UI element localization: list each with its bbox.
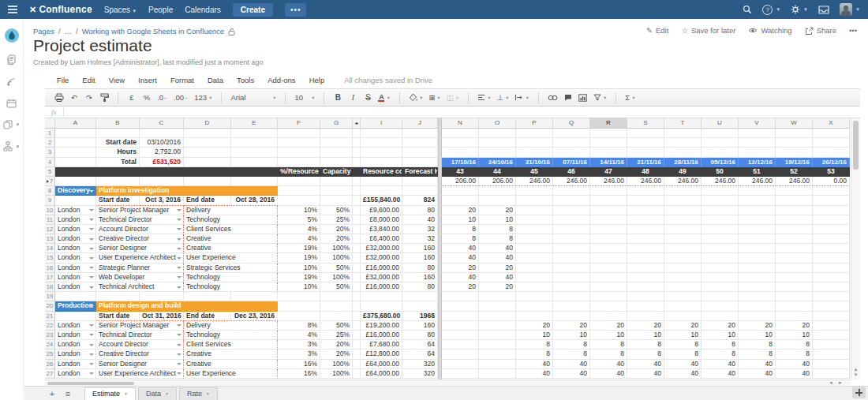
cell[interactable]: £19,200.00 bbox=[361, 321, 402, 331]
cell[interactable] bbox=[353, 129, 361, 138]
cell[interactable] bbox=[442, 321, 479, 331]
cell[interactable]: 40 bbox=[442, 253, 479, 263]
column-header-Q[interactable]: Q bbox=[553, 118, 590, 129]
sheet-tab-rate[interactable]: Rate▼ bbox=[179, 387, 218, 400]
column-header-N[interactable]: N bbox=[442, 118, 479, 129]
cell[interactable] bbox=[664, 292, 702, 301]
cell[interactable]: 320 bbox=[402, 360, 438, 369]
menu-item-add-ons[interactable]: Add-ons bbox=[268, 76, 295, 84]
row-number[interactable]: 24 bbox=[45, 340, 55, 350]
cell[interactable]: 19/12/16 bbox=[776, 158, 813, 167]
cell[interactable] bbox=[402, 186, 438, 196]
cell[interactable]: Senior Project Manager bbox=[96, 206, 184, 215]
cell[interactable] bbox=[278, 148, 320, 157]
cell[interactable]: 05/12/16 bbox=[702, 158, 739, 167]
cell[interactable] bbox=[702, 129, 739, 138]
cell[interactable] bbox=[442, 148, 479, 157]
save-for-later-button[interactable]: ☆Save for later bbox=[681, 26, 735, 35]
cell[interactable]: Delivery bbox=[184, 321, 278, 331]
cell[interactable]: London bbox=[55, 273, 96, 282]
insert-comment-icon[interactable] bbox=[563, 92, 573, 104]
cell[interactable]: 206.00 bbox=[479, 177, 516, 186]
cell[interactable] bbox=[442, 360, 479, 369]
column-header-C[interactable]: C bbox=[140, 118, 184, 129]
cell[interactable] bbox=[702, 253, 739, 263]
cell[interactable] bbox=[353, 225, 361, 234]
cell[interactable]: End date bbox=[184, 196, 231, 205]
watching-button[interactable]: Watching bbox=[748, 26, 791, 35]
row-number[interactable]: 8 bbox=[45, 186, 55, 196]
cell[interactable] bbox=[353, 167, 361, 177]
cell[interactable] bbox=[402, 129, 438, 138]
cell[interactable] bbox=[813, 215, 850, 225]
menu-item-help[interactable]: Help bbox=[309, 76, 325, 84]
cell[interactable] bbox=[353, 340, 361, 350]
cell[interactable] bbox=[813, 264, 850, 273]
column-header-W[interactable]: W bbox=[776, 118, 813, 129]
cell[interactable] bbox=[278, 158, 320, 167]
vertical-scrollbar-thumb[interactable] bbox=[853, 121, 859, 170]
cell[interactable]: £32,000.00 bbox=[361, 253, 402, 263]
text-wrap-icon[interactable]: ▼ bbox=[514, 92, 529, 104]
cell[interactable]: 45 bbox=[516, 167, 553, 177]
column-header-A[interactable]: A bbox=[55, 118, 96, 129]
cell[interactable] bbox=[353, 253, 361, 263]
cell[interactable] bbox=[553, 312, 590, 321]
cell[interactable] bbox=[479, 360, 516, 369]
cell[interactable]: Total bbox=[96, 158, 140, 167]
cell[interactable]: 40 bbox=[739, 369, 776, 379]
cell[interactable]: 8 bbox=[442, 225, 479, 234]
cell[interactable]: 40 bbox=[479, 273, 516, 282]
horizontal-align-icon[interactable]: ▼ bbox=[477, 92, 491, 104]
cell[interactable]: Oct 28, 2016 bbox=[231, 196, 278, 205]
cell[interactable] bbox=[96, 177, 140, 186]
cell[interactable] bbox=[776, 196, 813, 205]
cell[interactable] bbox=[516, 225, 553, 234]
cell[interactable] bbox=[516, 282, 553, 292]
row-number[interactable]: 10 bbox=[45, 206, 55, 215]
cell[interactable]: £32,000.00 bbox=[361, 273, 402, 282]
cell[interactable] bbox=[278, 312, 320, 321]
cell[interactable]: £16,000.00 bbox=[361, 331, 402, 340]
nav-item-calendars[interactable]: Calendars bbox=[185, 6, 221, 14]
italic-icon[interactable]: I bbox=[348, 92, 357, 104]
cell[interactable]: £64,000.00 bbox=[361, 360, 402, 369]
space-tools-menu[interactable]: ▼ bbox=[3, 141, 21, 151]
cell[interactable] bbox=[813, 206, 850, 215]
cell[interactable] bbox=[516, 196, 553, 205]
cell[interactable] bbox=[627, 264, 664, 273]
page-more-button[interactable]: ••• bbox=[849, 26, 857, 35]
cell[interactable] bbox=[516, 301, 553, 311]
increase-decimal-icon[interactable]: .00→ bbox=[174, 92, 189, 104]
settings-menu[interactable]: ▼ bbox=[791, 5, 808, 14]
cell[interactable] bbox=[739, 186, 776, 196]
cell[interactable]: Start date bbox=[96, 138, 140, 148]
cell[interactable]: 40 bbox=[590, 369, 627, 379]
row-number[interactable]: 15 bbox=[45, 253, 55, 263]
cell[interactable]: London bbox=[55, 340, 96, 350]
vertical-scrollbar[interactable]: ▲▼ bbox=[851, 118, 860, 379]
row-number[interactable]: 14 bbox=[45, 244, 55, 253]
cell[interactable]: 48 bbox=[627, 167, 664, 177]
cell[interactable]: 3% bbox=[278, 340, 320, 350]
cell[interactable] bbox=[813, 186, 850, 196]
cell[interactable]: 100% bbox=[320, 360, 353, 369]
cell[interactable] bbox=[553, 148, 590, 157]
cell[interactable]: 20 bbox=[776, 321, 813, 331]
column-header-J[interactable]: J bbox=[402, 118, 438, 129]
row-number[interactable]: 7 bbox=[45, 177, 55, 186]
cell[interactable] bbox=[813, 196, 850, 205]
cell[interactable]: 14/11/16 bbox=[590, 158, 627, 167]
cell[interactable]: 100% bbox=[320, 369, 353, 379]
cell[interactable] bbox=[361, 186, 402, 196]
cell[interactable]: £9,600.00 bbox=[361, 206, 402, 215]
cell[interactable] bbox=[516, 186, 553, 196]
column-header-R[interactable]: R bbox=[590, 118, 627, 129]
cell[interactable] bbox=[627, 282, 664, 292]
cell[interactable]: London bbox=[55, 244, 96, 253]
print-icon[interactable] bbox=[54, 92, 64, 104]
cell[interactable]: 10 bbox=[516, 331, 553, 340]
cell[interactable] bbox=[627, 301, 664, 311]
cell[interactable] bbox=[278, 177, 320, 186]
cell[interactable] bbox=[278, 196, 320, 205]
